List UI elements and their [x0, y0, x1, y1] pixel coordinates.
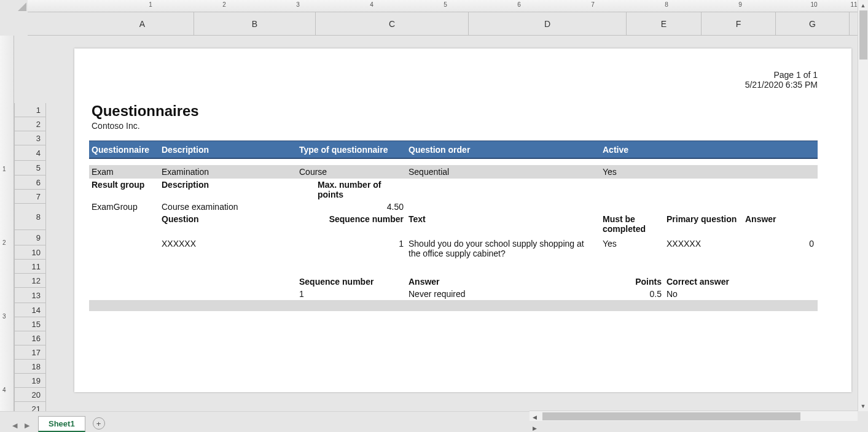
hdr-active: Active [600, 145, 664, 155]
row-header[interactable]: 11 [14, 260, 46, 274]
empty-gray-row [89, 300, 818, 311]
page-indicator: Page 1 of 1 [745, 70, 818, 80]
ruler-num: 7 [591, 1, 595, 8]
hdr-order: Question order [406, 145, 600, 155]
row-header[interactable]: 8 [14, 204, 46, 230]
hdr-answer-seq: Sequence number [297, 277, 406, 287]
ruler-num: 2 [222, 1, 226, 8]
vertical-scrollbar[interactable]: ▲ ▼ [858, 0, 868, 411]
hdr-max-points: Max. number of points [297, 180, 406, 199]
cell-question: XXXXXX [159, 239, 297, 249]
page-timestamp: 5/21/2020 6:35 PM [745, 80, 818, 90]
company-name: Contoso Inc. [92, 121, 199, 131]
vertical-ruler: 1 2 3 4 [0, 36, 14, 411]
cell-seq: 1 [297, 239, 406, 249]
questionnaire-row: Exam Examination Course Sequential Yes [89, 165, 818, 179]
table-header-row: Questionnaire Description Type of questi… [89, 141, 818, 159]
row-header[interactable]: 5 [14, 161, 46, 176]
cell-answer-text: Never required [406, 289, 600, 299]
ruler-num: 4 [370, 1, 373, 8]
row-header[interactable]: 2 [14, 117, 46, 131]
hdr-answer-text: Answer [406, 277, 600, 287]
question-header: Question Sequence number Text Must be co… [89, 213, 818, 237]
cell-correct: No [664, 289, 743, 299]
ruler-num: 11 [850, 1, 857, 8]
hdr-type: Type of questionnaire [297, 145, 406, 155]
scroll-left-icon[interactable]: ◀ [530, 412, 540, 422]
cell-questionnaire: Exam [89, 167, 159, 177]
horizontal-ruler: 1 2 3 4 5 6 7 8 9 10 11 [28, 0, 858, 12]
row-header[interactable]: 16 [14, 331, 46, 345]
cell-primary-question: XXXXXX [664, 239, 743, 249]
cell-description: Examination [159, 167, 297, 177]
row-header[interactable]: 4 [14, 145, 46, 161]
question-row: XXXXXX 1 Should you do your school suppl… [89, 237, 818, 264]
horizontal-scroll-thumb[interactable] [542, 412, 800, 420]
scroll-up-icon[interactable]: ▲ [858, 0, 868, 10]
vertical-scroll-thumb[interactable] [859, 10, 867, 60]
cell-points: 0.5 [600, 289, 664, 299]
tab-next-icon[interactable]: ▶ [21, 422, 33, 430]
ruler-num: 10 [810, 1, 817, 8]
hdr-answer: Answer [743, 214, 816, 224]
hdr-question: Question [159, 214, 297, 224]
row-headers: 12345678910111213141516171819202122 [14, 36, 46, 411]
ruler-num: 1 [149, 1, 152, 8]
col-header-a[interactable]: A [91, 12, 194, 35]
col-header-e[interactable]: E [627, 12, 702, 35]
cell-order: Sequential [406, 167, 600, 177]
hdr-questionnaire: Questionnaire [89, 145, 159, 155]
sheet-tab-active[interactable]: Sheet1 [38, 416, 85, 432]
row-header[interactable]: 12 [14, 274, 46, 288]
result-group-header: Result group Description Max. number of … [89, 179, 818, 201]
row-header[interactable]: 3 [14, 131, 46, 145]
page-title: Questionnaires [92, 102, 199, 120]
row-header[interactable]: 1 [14, 103, 46, 117]
col-header-d[interactable]: D [469, 12, 627, 35]
cell-text: Should you do your school supply shoppin… [406, 239, 600, 258]
hdr-correct: Correct answer [664, 277, 743, 287]
cell-must-completed: Yes [600, 239, 664, 249]
cell-max-points: 4.50 [297, 202, 406, 212]
ruler-num: 5 [444, 1, 447, 8]
row-header[interactable]: 9 [14, 230, 46, 245]
row-header[interactable]: 10 [14, 245, 46, 260]
row-header[interactable]: 13 [14, 288, 46, 303]
hdr-result-group: Result group [89, 180, 159, 190]
ruler-num: 8 [665, 1, 668, 8]
print-page: Page 1 of 1 5/21/2020 6:35 PM Questionna… [74, 48, 851, 392]
sheet-tab-bar: ◀ ▶ Sheet1 + [0, 411, 530, 432]
row-header[interactable]: 17 [14, 345, 46, 360]
scroll-right-icon[interactable]: ▶ [530, 423, 540, 432]
hdr-seq: Sequence number [297, 214, 406, 224]
tab-prev-icon[interactable]: ◀ [9, 422, 21, 430]
add-sheet-button[interactable]: + [93, 417, 105, 430]
col-header-f[interactable]: F [702, 12, 776, 35]
row-header[interactable]: 18 [14, 360, 46, 374]
cell-answer: 0 [743, 239, 816, 249]
row-header[interactable]: 20 [14, 388, 46, 402]
col-header-b[interactable]: B [194, 12, 316, 35]
answer-row: 1 Never required 0.5 No [89, 288, 818, 300]
report-body: Questionnaire Description Type of questi… [89, 141, 818, 311]
horizontal-scrollbar[interactable]: ◀ ▶ [530, 411, 858, 421]
hdr-points: Points [600, 277, 664, 287]
row-header[interactable]: 6 [14, 176, 46, 190]
ruler-num: 3 [296, 1, 300, 8]
row-header[interactable]: 15 [14, 317, 46, 331]
col-header-c[interactable]: C [316, 12, 469, 35]
hdr-result-description: Description [159, 180, 297, 190]
col-header-g[interactable]: G [776, 12, 850, 35]
cell-result-description: Course examination [159, 202, 297, 212]
row-header[interactable]: 7 [14, 190, 46, 204]
row-header[interactable]: 19 [14, 374, 46, 388]
ruler-num: 9 [738, 1, 742, 8]
answer-header: Sequence number Answer Points Correct an… [89, 276, 818, 288]
select-all-corner[interactable] [0, 0, 28, 12]
ruler-num: 6 [517, 1, 521, 8]
row-header[interactable]: 14 [14, 303, 46, 317]
hdr-text: Text [406, 214, 600, 224]
scroll-down-icon[interactable]: ▼ [858, 401, 868, 411]
column-headers: A B C D E F G [28, 12, 858, 36]
cell-active: Yes [600, 167, 664, 177]
